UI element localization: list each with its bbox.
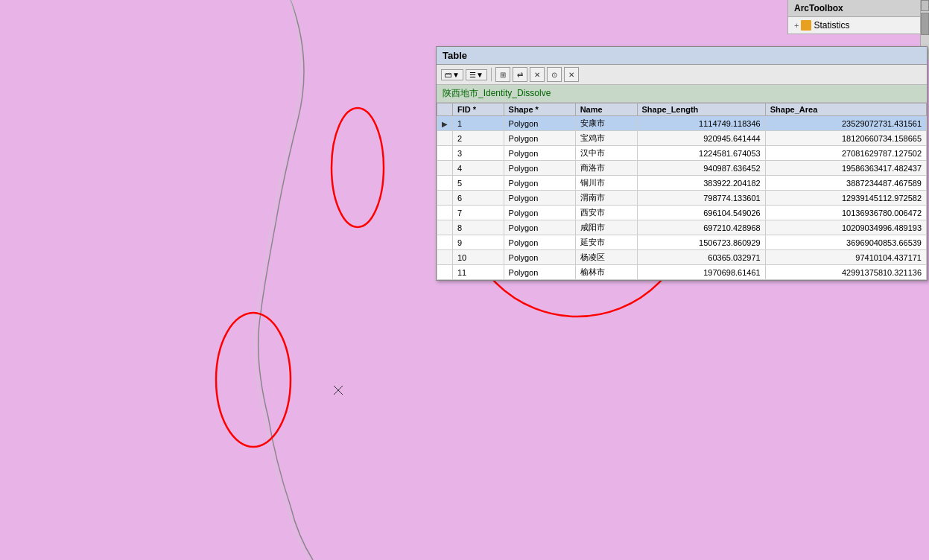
cell-name: 西安市 [575, 206, 637, 220]
cell-shape: Polygon [504, 220, 575, 235]
cell-shape: Polygon [504, 116, 575, 131]
cell-fid: 5 [453, 176, 504, 191]
table-row[interactable]: 9Polygon延安市1506723.86092936969040853.665… [437, 235, 927, 250]
clear-selection-button[interactable]: ✕ [530, 67, 545, 82]
table-options-button[interactable]: 🗃 ▼ [441, 69, 463, 80]
zoom-icon: ⊙ [551, 71, 557, 79]
cell-name: 铜川市 [575, 176, 637, 191]
table-row[interactable]: 11Polygon榆林市1970698.6146142991375810.321… [437, 265, 927, 280]
col-area[interactable]: Shape_Area [765, 104, 926, 116]
row-selector [437, 235, 453, 250]
cell-fid: 9 [453, 235, 504, 250]
row-selector [437, 131, 453, 146]
cell-fid: 8 [453, 220, 504, 235]
cell-length: 920945.641444 [637, 131, 765, 146]
cell-name: 榆林市 [575, 265, 637, 280]
col-name[interactable]: Name [575, 104, 637, 116]
table-menu-button[interactable]: ☰ ▼ [466, 69, 487, 80]
row-selector [437, 161, 453, 176]
svg-point-2 [216, 313, 291, 447]
table-row[interactable]: 8Polygon咸阳市697210.42896810209034996.4891… [437, 220, 927, 235]
svg-point-1 [332, 108, 384, 227]
cell-shape: Polygon [504, 146, 575, 161]
cell-shape: Polygon [504, 161, 575, 176]
cell-area: 12939145112.972582 [765, 191, 926, 206]
select-all-button[interactable]: ⊞ [495, 67, 510, 82]
cell-length: 60365.032971 [637, 250, 765, 265]
cell-area: 19586363417.482437 [765, 161, 926, 176]
layer-name: 陕西地市_Identity_Dissolve [437, 85, 927, 103]
table-body: ▶1Polygon安康市1114749.11834623529072731.43… [437, 116, 927, 280]
cell-shape: Polygon [504, 191, 575, 206]
cell-name: 延安市 [575, 235, 637, 250]
table-title-bar: Table [437, 47, 927, 65]
cell-area: 3887234487.467589 [765, 176, 926, 191]
cell-area: 42991375810.321136 [765, 265, 926, 280]
zoom-to-selected-button[interactable]: ⊙ [547, 67, 562, 82]
cell-length: 1114749.118346 [637, 116, 765, 131]
cell-shape: Polygon [504, 131, 575, 146]
table-row[interactable]: 5Polygon铜川市383922.2041823887234487.46758… [437, 176, 927, 191]
cell-fid: 4 [453, 161, 504, 176]
statistics-label: Statistics [814, 20, 849, 31]
table-toolbar: 🗃 ▼ ☰ ▼ ⊞ ⇄ ✕ ⊙ ✕ [437, 65, 927, 85]
toolbar-separator-1 [491, 68, 492, 81]
delete-button[interactable]: ✕ [564, 67, 579, 82]
col-fid[interactable]: FID * [453, 104, 504, 116]
table-row[interactable]: 4Polygon商洛市940987.63645219586363417.4824… [437, 161, 927, 176]
clear-icon: ✕ [534, 71, 540, 79]
row-selector [437, 250, 453, 265]
table-row[interactable]: ▶1Polygon安康市1114749.11834623529072731.43… [437, 116, 927, 131]
cell-name: 咸阳市 [575, 220, 637, 235]
cell-shape: Polygon [504, 265, 575, 280]
cell-area: 97410104.437171 [765, 250, 926, 265]
table-row[interactable]: 2Polygon宝鸡市920945.64144418120660734.1586… [437, 131, 927, 146]
cell-length: 383922.204182 [637, 176, 765, 191]
cell-name: 安康市 [575, 116, 637, 131]
cell-name: 汉中市 [575, 146, 637, 161]
cell-fid: 2 [453, 131, 504, 146]
col-selector [437, 104, 453, 116]
cell-fid: 11 [453, 265, 504, 280]
table-icon: 🗃 [445, 71, 452, 79]
toolbox-icon [801, 20, 811, 31]
cell-shape: Polygon [504, 176, 575, 191]
cell-length: 1506723.860929 [637, 235, 765, 250]
select-all-icon: ⊞ [500, 71, 506, 79]
cell-area: 18120660734.158665 [765, 131, 926, 146]
arctoolbox-statistics-item[interactable]: + Statistics [788, 17, 929, 34]
row-selector [437, 206, 453, 220]
cell-name: 商洛市 [575, 161, 637, 176]
cell-length: 940987.636452 [637, 161, 765, 176]
dropdown-arrow: ▼ [452, 71, 460, 79]
row-selector [437, 265, 453, 280]
cell-shape: Polygon [504, 235, 575, 250]
cell-name: 宝鸡市 [575, 131, 637, 146]
delete-icon: ✕ [568, 71, 574, 79]
row-selector [437, 220, 453, 235]
cell-name: 渭南市 [575, 191, 637, 206]
switch-icon: ⇄ [517, 71, 523, 79]
switch-selection-button[interactable]: ⇄ [513, 67, 527, 82]
row-arrow: ▶ [442, 120, 448, 128]
cell-length: 1224581.674053 [637, 146, 765, 161]
table-row[interactable]: 6Polygon渭南市798774.13360112939145112.9725… [437, 191, 927, 206]
expand-icon: + [794, 21, 799, 30]
map-lines [0, 0, 436, 560]
cell-fid: 1 [453, 116, 504, 131]
cell-fid: 10 [453, 250, 504, 265]
col-shape[interactable]: Shape * [504, 104, 575, 116]
data-table: FID * Shape * Name Shape_Length Shape_Ar… [437, 103, 927, 280]
cell-area: 27081629787.127502 [765, 146, 926, 161]
svg-line-3 [334, 386, 343, 395]
table-row[interactable]: 7Polygon西安市696104.54902610136936780.0064… [437, 206, 927, 220]
row-selector [437, 176, 453, 191]
svg-line-4 [334, 386, 343, 395]
arctoolbox-panel: ArcToolbox + Statistics [787, 0, 929, 34]
menu-icon: ☰ [469, 71, 476, 79]
row-selector [437, 191, 453, 206]
table-row[interactable]: 3Polygon汉中市1224581.67405327081629787.127… [437, 146, 927, 161]
cell-fid: 7 [453, 206, 504, 220]
col-length[interactable]: Shape_Length [637, 104, 765, 116]
table-row[interactable]: 10Polygon杨凌区60365.03297197410104.437171 [437, 250, 927, 265]
